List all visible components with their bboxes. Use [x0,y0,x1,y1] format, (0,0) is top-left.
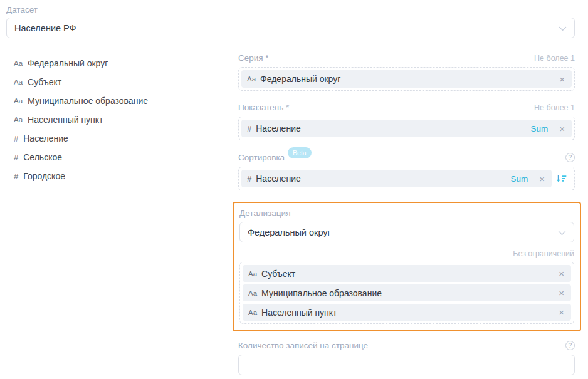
aggregation-label[interactable]: Sum [510,174,528,184]
field-name: Субъект [28,77,61,87]
dataset-field-list: Aa Федеральный округ Aa Субъект Aa Муниц… [6,53,238,379]
detail-dropzone[interactable]: Aa Субъект × Aa Муниципальное образовани… [239,262,574,324]
series-chip[interactable]: Aa Федеральный округ × [241,70,572,88]
string-type-icon: Aa [248,270,257,278]
sorting-dropzone[interactable]: # Население Sum × [238,167,575,190]
string-type-icon: Aa [14,116,23,123]
remove-icon[interactable]: × [558,288,565,298]
field-name: Население [23,133,68,143]
field-item[interactable]: Aa Муниципальное образование [14,91,238,110]
dataset-select-value: Население РФ [14,23,559,33]
detail-limit-hint: Без ограничений [239,249,574,258]
series-dropzone[interactable]: Aa Федеральный округ × [238,67,575,91]
chart-config-panel: Датасет Население РФ Aa Федеральный окру… [0,0,588,379]
dataset-select[interactable]: Население РФ [6,18,575,38]
number-type-icon: # [247,174,251,184]
sorting-section: СортировкаBeta ? # Население Sum × [238,152,575,190]
dataset-label: Датасет [6,5,575,14]
field-item[interactable]: Aa Субъект [14,73,238,91]
remove-icon[interactable]: × [558,308,565,317]
page-size-input[interactable] [238,355,575,375]
page-size-section: Количество записей на странице ? [238,340,575,375]
remove-icon[interactable]: × [559,75,565,84]
number-type-icon: # [247,124,251,133]
string-type-icon: Aa [14,78,23,86]
remove-icon[interactable]: × [559,124,565,133]
beta-badge: Beta [288,147,312,158]
aggregation-label[interactable]: Sum [530,124,548,133]
series-label: Серия * [238,53,269,63]
string-type-icon: Aa [14,60,23,67]
string-type-icon: Aa [14,97,23,105]
field-name: Населенный пункт [28,115,103,125]
field-item[interactable]: Aa Федеральный округ [14,54,238,73]
field-name: Муниципальное образование [28,96,148,106]
measure-limit-hint: Не более 1 [534,103,575,112]
measure-chip[interactable]: # Население Sum × [241,120,572,137]
help-icon[interactable]: ? [565,341,575,350]
sorting-chip[interactable]: # Население Sum × [241,170,552,187]
string-type-icon: Aa [248,309,257,316]
sort-descending-icon[interactable] [552,174,572,184]
help-icon[interactable]: ? [565,153,575,162]
remove-icon[interactable]: × [538,174,545,184]
number-type-icon: # [14,172,18,181]
series-section: Серия * Не более 1 Aa Федеральный округ … [238,53,575,91]
chip-field-name: Федеральный округ [260,74,340,84]
detail-select[interactable]: Федеральный округ [239,222,574,242]
detail-select-value: Федеральный округ [248,227,558,237]
field-item[interactable]: # Население [14,129,238,148]
field-item[interactable]: Aa Населенный пункт [14,110,238,129]
field-name: Городское [23,171,65,181]
measure-dropzone[interactable]: # Население Sum × [238,117,575,140]
field-name: Федеральный округ [28,58,108,68]
detail-chip[interactable]: Aa Населенный пункт × [243,304,571,321]
chip-field-name: Население [256,174,301,184]
field-name: Сельское [23,152,62,162]
chip-field-name: Население [256,123,301,133]
detail-label: Детализация [239,209,290,218]
remove-icon[interactable]: × [558,269,565,278]
series-limit-hint: Не более 1 [534,54,575,63]
string-type-icon: Aa [247,75,256,83]
field-item[interactable]: # Сельское [14,148,238,167]
chevron-down-icon [558,227,566,237]
detail-chip[interactable]: Aa Муниципальное образование × [243,284,571,301]
string-type-icon: Aa [248,289,257,297]
chip-field-name: Муниципальное образование [261,288,382,298]
chip-field-name: Субъект [261,269,295,279]
config-column: Серия * Не более 1 Aa Федеральный округ … [238,53,575,379]
field-item[interactable]: # Городское [14,167,238,185]
measure-section: Показатель * Не более 1 # Население Sum … [238,102,575,140]
number-type-icon: # [14,134,18,143]
sorting-label: Сортировка [238,153,285,162]
chevron-down-icon [559,23,567,33]
detail-chip[interactable]: Aa Субъект × [243,265,571,282]
measure-label: Показатель * [238,103,289,112]
number-type-icon: # [14,153,18,162]
chip-field-name: Населенный пункт [261,308,337,318]
page-size-label: Количество записей на странице [238,341,368,350]
detail-section-highlighted: Детализация Федеральный округ Без ограни… [233,202,581,331]
